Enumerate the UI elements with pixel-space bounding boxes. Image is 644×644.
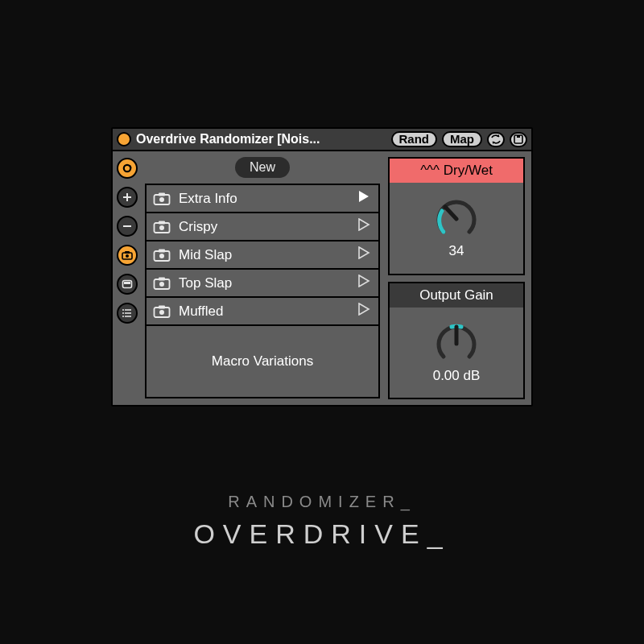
preset-label: Extra Info <box>179 191 349 207</box>
preset-row[interactable]: Muffled <box>147 298 378 326</box>
window-icon[interactable] <box>117 274 138 295</box>
svg-point-10 <box>122 316 124 317</box>
play-icon[interactable] <box>357 218 370 235</box>
svg-rect-1 <box>517 135 520 138</box>
macro-variations-label: Macro Variations <box>145 326 380 398</box>
svg-rect-15 <box>159 221 165 224</box>
svg-point-19 <box>159 254 164 258</box>
camera-icon <box>153 220 171 234</box>
svg-rect-24 <box>159 305 165 308</box>
camera-icon <box>153 304 171 319</box>
play-icon[interactable] <box>357 303 370 320</box>
camera-icon <box>153 248 171 262</box>
macro-knobs: ^^^ Dry/Wet 34 Output Gain <box>386 151 531 405</box>
svg-point-8 <box>122 309 124 311</box>
remove-macro-icon[interactable] <box>117 216 138 237</box>
caption-line1: RANDOMIZER_ <box>0 493 644 511</box>
variations-camera-icon[interactable] <box>117 245 138 266</box>
preset-list: Extra Info Crispy <box>145 184 380 326</box>
camera-icon <box>153 276 171 291</box>
drywet-value: 34 <box>449 243 464 259</box>
svg-rect-7 <box>124 282 130 284</box>
device-titlebar: Overdrive Randomizer [Nois... Rand Map <box>113 129 531 151</box>
device-power-toggle[interactable] <box>117 132 131 147</box>
drywet-knob[interactable] <box>434 196 479 242</box>
sidebar <box>113 151 142 405</box>
preset-row[interactable]: Crispy <box>147 213 378 242</box>
play-icon[interactable] <box>357 190 370 207</box>
svg-point-25 <box>159 310 164 315</box>
svg-line-26 <box>445 207 456 219</box>
svg-rect-21 <box>159 277 165 280</box>
add-macro-icon[interactable] <box>117 187 138 208</box>
list-icon[interactable] <box>117 303 138 324</box>
play-icon[interactable] <box>357 275 370 291</box>
svg-point-22 <box>159 282 164 287</box>
caption-line2: OVERDRIVE_ <box>0 518 644 550</box>
device-title: Overdrive Randomizer [Nois... <box>136 132 320 147</box>
preset-row[interactable]: Extra Info <box>147 185 378 213</box>
drywet-label: ^^^ Dry/Wet <box>390 159 523 183</box>
svg-point-13 <box>159 197 164 202</box>
svg-point-5 <box>126 254 129 258</box>
svg-point-16 <box>159 225 164 230</box>
new-variation-button[interactable]: New <box>235 157 290 178</box>
preset-label: Muffled <box>179 303 349 320</box>
refresh-icon[interactable] <box>487 132 505 147</box>
svg-rect-18 <box>159 249 165 252</box>
preset-panel: New Extra Info Crispy <box>142 151 386 405</box>
camera-icon <box>153 192 171 206</box>
play-icon[interactable] <box>357 246 370 263</box>
gain-label: Output Gain <box>390 283 523 308</box>
preset-label: Mid Slap <box>179 247 349 263</box>
preset-row[interactable]: Top Slap <box>147 270 378 298</box>
svg-rect-4 <box>125 251 130 254</box>
svg-rect-12 <box>159 192 165 196</box>
device-rack: Overdrive Randomizer [Nois... Rand Map <box>111 127 533 407</box>
map-button[interactable]: Map <box>442 131 482 147</box>
gain-knob[interactable] <box>434 321 479 366</box>
macro-toggle-icon[interactable] <box>117 158 138 179</box>
preset-row[interactable]: Mid Slap <box>147 242 378 270</box>
gain-value: 0.00 dB <box>433 368 481 384</box>
gain-param: Output Gain 0.00 dB <box>388 282 525 400</box>
drywet-param: ^^^ Dry/Wet 34 <box>388 157 525 275</box>
save-icon[interactable] <box>510 132 527 147</box>
preset-label: Top Slap <box>179 275 349 291</box>
svg-point-9 <box>122 312 124 314</box>
rand-button[interactable]: Rand <box>391 131 438 147</box>
preset-label: Crispy <box>179 219 349 235</box>
